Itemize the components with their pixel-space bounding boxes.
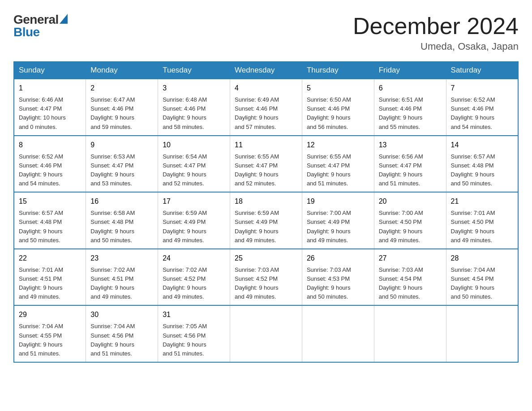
calendar-title: December 2024 bbox=[353, 13, 519, 39]
day-number: 5 bbox=[307, 83, 369, 94]
logo-triangle-icon bbox=[60, 14, 68, 24]
calendar-day-22: 22 Sunrise: 7:01 AMSunset: 4:51 PMDaylig… bbox=[14, 249, 86, 306]
day-info: Sunrise: 7:01 AMSunset: 4:51 PMDaylight:… bbox=[19, 266, 63, 300]
day-info: Sunrise: 6:49 AMSunset: 4:46 PMDaylight:… bbox=[235, 96, 279, 130]
calendar-day-1: 1 Sunrise: 6:46 AMSunset: 4:47 PMDayligh… bbox=[14, 79, 86, 136]
day-number: 3 bbox=[163, 83, 225, 94]
day-info: Sunrise: 6:46 AMSunset: 4:47 PMDaylight:… bbox=[19, 96, 66, 130]
calendar-day-12: 12 Sunrise: 6:55 AMSunset: 4:47 PMDaylig… bbox=[302, 136, 374, 193]
day-number: 11 bbox=[235, 140, 297, 150]
day-info: Sunrise: 6:47 AMSunset: 4:46 PMDaylight:… bbox=[90, 96, 135, 130]
day-info: Sunrise: 6:58 AMSunset: 4:48 PMDaylight:… bbox=[90, 210, 135, 243]
day-number: 14 bbox=[451, 140, 513, 150]
empty-cell bbox=[374, 305, 446, 362]
calendar-table: SundayMondayTuesdayWednesdayThursdayFrid… bbox=[13, 61, 519, 363]
calendar-day-26: 26 Sunrise: 7:03 AMSunset: 4:53 PMDaylig… bbox=[302, 249, 374, 306]
day-header-sunday: Sunday bbox=[14, 62, 86, 79]
day-number: 25 bbox=[235, 253, 297, 264]
calendar-day-17: 17 Sunrise: 6:59 AMSunset: 4:49 PMDaylig… bbox=[158, 192, 230, 249]
day-info: Sunrise: 6:59 AMSunset: 4:49 PMDaylight:… bbox=[235, 210, 279, 243]
calendar-week-5: 29 Sunrise: 7:04 AMSunset: 4:55 PMDaylig… bbox=[14, 305, 518, 362]
day-info: Sunrise: 6:53 AMSunset: 4:47 PMDaylight:… bbox=[90, 153, 135, 187]
day-number: 9 bbox=[90, 140, 153, 150]
day-number: 10 bbox=[163, 140, 225, 150]
day-info: Sunrise: 6:54 AMSunset: 4:47 PMDaylight:… bbox=[163, 153, 207, 187]
calendar-day-28: 28 Sunrise: 7:04 AMSunset: 4:54 PMDaylig… bbox=[446, 249, 518, 306]
calendar-day-16: 16 Sunrise: 6:58 AMSunset: 4:48 PMDaylig… bbox=[86, 192, 158, 249]
day-number: 22 bbox=[19, 253, 81, 264]
day-number: 20 bbox=[379, 196, 442, 207]
day-number: 13 bbox=[379, 140, 442, 150]
day-info: Sunrise: 7:01 AMSunset: 4:50 PMDaylight:… bbox=[451, 210, 495, 243]
calendar-day-11: 11 Sunrise: 6:55 AMSunset: 4:47 PMDaylig… bbox=[230, 136, 302, 193]
day-header-saturday: Saturday bbox=[446, 62, 518, 79]
day-info: Sunrise: 6:56 AMSunset: 4:47 PMDaylight:… bbox=[379, 153, 423, 187]
day-info: Sunrise: 6:52 AMSunset: 4:46 PMDaylight:… bbox=[451, 96, 495, 130]
day-number: 7 bbox=[451, 83, 513, 94]
day-number: 2 bbox=[90, 83, 153, 94]
calendar-day-27: 27 Sunrise: 7:03 AMSunset: 4:54 PMDaylig… bbox=[374, 249, 446, 306]
calendar-day-5: 5 Sunrise: 6:50 AMSunset: 4:46 PMDayligh… bbox=[302, 79, 374, 136]
calendar-week-4: 22 Sunrise: 7:01 AMSunset: 4:51 PMDaylig… bbox=[14, 249, 518, 306]
calendar-day-10: 10 Sunrise: 6:54 AMSunset: 4:47 PMDaylig… bbox=[158, 136, 230, 193]
day-number: 31 bbox=[163, 309, 225, 320]
logo-blue: Blue bbox=[13, 26, 68, 39]
calendar-week-3: 15 Sunrise: 6:57 AMSunset: 4:48 PMDaylig… bbox=[14, 192, 518, 249]
day-info: Sunrise: 6:57 AMSunset: 4:48 PMDaylight:… bbox=[451, 153, 495, 187]
day-number: 21 bbox=[451, 196, 513, 207]
calendar-day-4: 4 Sunrise: 6:49 AMSunset: 4:46 PMDayligh… bbox=[230, 79, 302, 136]
logo-general: General bbox=[13, 13, 59, 26]
day-header-friday: Friday bbox=[374, 62, 446, 79]
day-info: Sunrise: 6:57 AMSunset: 4:48 PMDaylight:… bbox=[19, 210, 63, 243]
empty-cell bbox=[302, 305, 374, 362]
day-info: Sunrise: 6:52 AMSunset: 4:46 PMDaylight:… bbox=[19, 153, 63, 187]
calendar-day-23: 23 Sunrise: 7:02 AMSunset: 4:51 PMDaylig… bbox=[86, 249, 158, 306]
day-info: Sunrise: 7:04 AMSunset: 4:55 PMDaylight:… bbox=[19, 323, 63, 356]
day-number: 23 bbox=[90, 253, 153, 264]
day-info: Sunrise: 7:00 AMSunset: 4:49 PMDaylight:… bbox=[307, 210, 351, 243]
day-info: Sunrise: 7:00 AMSunset: 4:50 PMDaylight:… bbox=[379, 210, 423, 243]
calendar-day-19: 19 Sunrise: 7:00 AMSunset: 4:49 PMDaylig… bbox=[302, 192, 374, 249]
page-header: General Blue December 2024 Umeda, Osaka,… bbox=[13, 13, 519, 52]
calendar-day-29: 29 Sunrise: 7:04 AMSunset: 4:55 PMDaylig… bbox=[14, 305, 86, 362]
calendar-day-13: 13 Sunrise: 6:56 AMSunset: 4:47 PMDaylig… bbox=[374, 136, 446, 193]
calendar-day-31: 31 Sunrise: 7:05 AMSunset: 4:56 PMDaylig… bbox=[158, 305, 230, 362]
day-info: Sunrise: 7:05 AMSunset: 4:56 PMDaylight:… bbox=[163, 323, 207, 356]
day-header-wednesday: Wednesday bbox=[230, 62, 302, 79]
day-header-monday: Monday bbox=[86, 62, 158, 79]
day-info: Sunrise: 7:02 AMSunset: 4:52 PMDaylight:… bbox=[163, 266, 207, 300]
calendar-day-21: 21 Sunrise: 7:01 AMSunset: 4:50 PMDaylig… bbox=[446, 192, 518, 249]
day-info: Sunrise: 6:55 AMSunset: 4:47 PMDaylight:… bbox=[235, 153, 279, 187]
day-number: 29 bbox=[19, 309, 81, 320]
day-info: Sunrise: 7:04 AMSunset: 4:56 PMDaylight:… bbox=[90, 323, 135, 356]
day-number: 16 bbox=[90, 196, 153, 207]
day-info: Sunrise: 7:04 AMSunset: 4:54 PMDaylight:… bbox=[451, 266, 495, 300]
day-number: 24 bbox=[163, 253, 225, 264]
calendar-day-18: 18 Sunrise: 6:59 AMSunset: 4:49 PMDaylig… bbox=[230, 192, 302, 249]
calendar-day-30: 30 Sunrise: 7:04 AMSunset: 4:56 PMDaylig… bbox=[86, 305, 158, 362]
calendar-day-14: 14 Sunrise: 6:57 AMSunset: 4:48 PMDaylig… bbox=[446, 136, 518, 193]
calendar-day-20: 20 Sunrise: 7:00 AMSunset: 4:50 PMDaylig… bbox=[374, 192, 446, 249]
logo: General Blue bbox=[13, 13, 68, 39]
day-number: 18 bbox=[235, 196, 297, 207]
empty-cell bbox=[230, 305, 302, 362]
calendar-week-1: 1 Sunrise: 6:46 AMSunset: 4:47 PMDayligh… bbox=[14, 79, 518, 136]
logo-text: General Blue bbox=[13, 13, 68, 39]
day-number: 1 bbox=[19, 83, 81, 94]
day-number: 15 bbox=[19, 196, 81, 207]
day-info: Sunrise: 6:48 AMSunset: 4:46 PMDaylight:… bbox=[163, 96, 207, 130]
calendar-day-8: 8 Sunrise: 6:52 AMSunset: 4:46 PMDayligh… bbox=[14, 136, 86, 193]
calendar-subtitle: Umeda, Osaka, Japan bbox=[353, 41, 519, 52]
title-section: December 2024 Umeda, Osaka, Japan bbox=[353, 13, 519, 52]
day-number: 19 bbox=[307, 196, 369, 207]
day-number: 26 bbox=[307, 253, 369, 264]
day-info: Sunrise: 7:02 AMSunset: 4:51 PMDaylight:… bbox=[90, 266, 135, 300]
day-number: 8 bbox=[19, 140, 81, 150]
day-header-tuesday: Tuesday bbox=[158, 62, 230, 79]
calendar-day-25: 25 Sunrise: 7:03 AMSunset: 4:52 PMDaylig… bbox=[230, 249, 302, 306]
day-info: Sunrise: 6:59 AMSunset: 4:49 PMDaylight:… bbox=[163, 210, 207, 243]
day-info: Sunrise: 7:03 AMSunset: 4:54 PMDaylight:… bbox=[379, 266, 423, 300]
day-number: 17 bbox=[163, 196, 225, 207]
day-number: 27 bbox=[379, 253, 442, 264]
calendar-day-15: 15 Sunrise: 6:57 AMSunset: 4:48 PMDaylig… bbox=[14, 192, 86, 249]
